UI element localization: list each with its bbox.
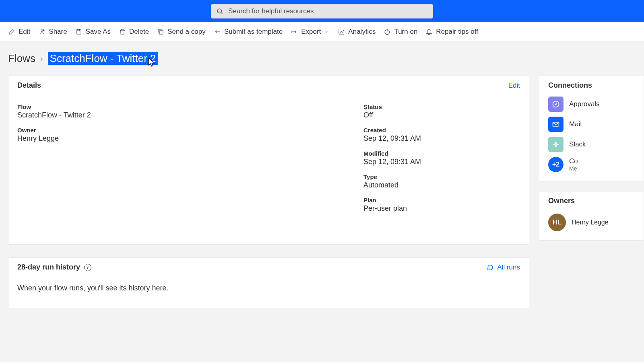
chevron-right-icon: › — [40, 54, 43, 63]
connection-item[interactable]: Approvals — [548, 97, 635, 112]
history-card: 28-day run history i All runs When your … — [8, 257, 529, 308]
share-label: Share — [49, 28, 67, 36]
analytics-label: Analytics — [348, 28, 376, 36]
saveas-label: Save As — [86, 28, 111, 36]
details-card: Details Edit Flow ScratchFlow - Twitter … — [8, 76, 529, 245]
plan-label: Plan — [363, 197, 520, 204]
pencil-icon — [8, 28, 15, 35]
search-input[interactable] — [228, 7, 428, 15]
repair-button[interactable]: Repair tips off — [425, 28, 478, 36]
connection-item[interactable]: Mail — [548, 117, 635, 132]
connections-card: Connections Approvals Mail — [539, 76, 644, 181]
sendcopy-label: Send a copy — [167, 28, 206, 36]
svg-rect-14 — [556, 144, 559, 145]
more-badge: +2 — [548, 157, 564, 172]
svg-rect-6 — [159, 31, 163, 34]
svg-rect-11 — [555, 142, 556, 144]
svg-point-0 — [217, 9, 222, 13]
history-title: 28-day run history — [17, 263, 80, 272]
saveas-button[interactable]: Save As — [75, 28, 111, 36]
submit-label: Submit as template — [224, 28, 283, 36]
chevron-down-icon — [324, 29, 330, 35]
details-title: Details — [17, 81, 41, 90]
avatar: HL — [548, 214, 566, 231]
trash-icon — [119, 28, 126, 35]
allruns-link[interactable]: All runs — [487, 263, 520, 272]
submit-button[interactable]: Submit as template — [214, 28, 283, 36]
copy-icon — [157, 28, 164, 35]
search-box[interactable] — [211, 4, 433, 19]
analytics-button[interactable]: Analytics — [338, 28, 376, 36]
mail-icon — [548, 117, 564, 132]
allruns-label: All runs — [497, 263, 520, 272]
export-button[interactable]: Export — [291, 28, 330, 36]
refresh-icon — [487, 264, 494, 271]
edit-label: Edit — [19, 28, 30, 36]
approvals-icon — [548, 97, 564, 112]
status-label: Status — [363, 103, 520, 110]
edit-button[interactable]: Edit — [8, 28, 30, 36]
command-bar: Edit Share Save As Delete Send a copy Su… — [0, 22, 644, 41]
flow-value: ScratchFlow - Twitter 2 — [17, 111, 363, 119]
modified-label: Modified — [363, 150, 520, 157]
owners-card: Owners HL Henry Legge — [539, 191, 644, 241]
more-sub: Me — [569, 165, 578, 172]
created-value: Sep 12, 09:31 AM — [363, 134, 520, 143]
turnon-button[interactable]: Turn on — [384, 28, 417, 36]
repair-label: Repair tips off — [436, 28, 478, 36]
owner-label: Owner — [17, 127, 363, 134]
svg-rect-5 — [78, 29, 80, 31]
svg-rect-13 — [553, 144, 555, 145]
connections-title: Connections — [539, 76, 644, 95]
svg-rect-12 — [555, 145, 556, 147]
submit-icon — [214, 28, 221, 35]
owners-title: Owners — [539, 191, 644, 210]
connection-item[interactable]: Slack — [548, 137, 635, 152]
delete-label: Delete — [129, 28, 149, 36]
connection-label: Slack — [569, 140, 586, 148]
svg-line-1 — [221, 12, 222, 14]
share-button[interactable]: Share — [38, 28, 67, 36]
breadcrumb-current: ScratchFlow - Twitter 2 — [48, 52, 158, 65]
flow-label: Flow — [17, 103, 363, 110]
save-icon — [75, 28, 83, 35]
type-value: Automated — [363, 181, 520, 189]
connection-label: Mail — [569, 120, 582, 128]
connection-more[interactable]: +2 Co Me — [548, 157, 635, 172]
bell-icon — [425, 28, 433, 35]
modified-value: Sep 12, 09:31 AM — [363, 158, 520, 166]
more-label: Co — [569, 157, 578, 165]
top-bar — [0, 0, 644, 22]
chart-icon — [338, 28, 345, 35]
power-icon — [384, 28, 391, 35]
created-label: Created — [363, 127, 520, 134]
details-edit-link[interactable]: Edit — [508, 82, 520, 90]
export-label: Export — [301, 28, 321, 36]
type-label: Type — [363, 173, 520, 180]
share-icon — [38, 28, 45, 35]
slack-icon — [548, 137, 564, 152]
cursor-icon — [148, 58, 155, 67]
breadcrumb: Flows › ScratchFlow - Twitter 2 — [0, 41, 644, 76]
search-icon — [216, 8, 223, 15]
delete-button[interactable]: Delete — [119, 28, 149, 36]
connection-label: Approvals — [569, 100, 600, 108]
history-empty: When your flow runs, you'll see its hist… — [17, 284, 169, 292]
info-icon[interactable]: i — [84, 264, 91, 271]
export-icon — [291, 28, 298, 35]
plan-value: Per-user plan — [363, 204, 520, 213]
turnon-label: Turn on — [394, 28, 417, 36]
sendcopy-button[interactable]: Send a copy — [157, 28, 206, 36]
breadcrumb-flows[interactable]: Flows — [8, 52, 35, 65]
status-value: Off — [363, 111, 520, 119]
svg-point-2 — [41, 29, 43, 31]
owner-value: Henry Legge — [17, 134, 363, 143]
owner-name: Henry Legge — [572, 219, 609, 226]
